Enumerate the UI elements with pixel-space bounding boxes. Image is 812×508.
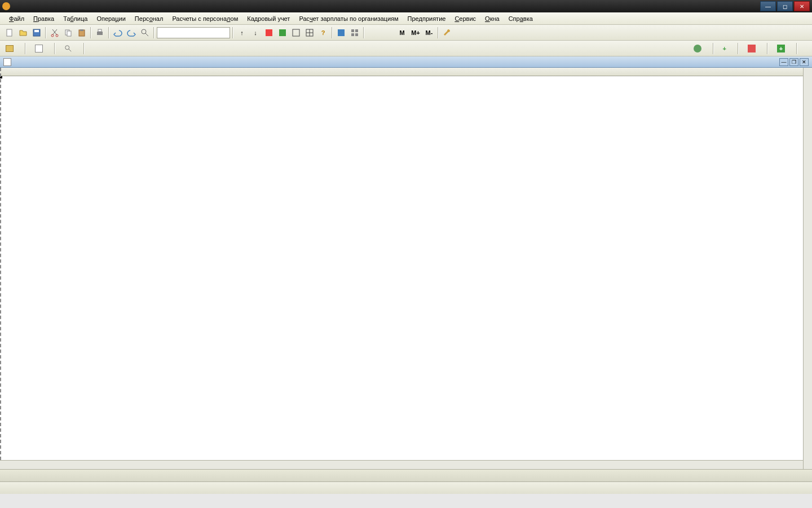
svg-rect-2	[34, 30, 39, 32]
menu-hr[interactable]: Кадровый учет	[244, 14, 293, 23]
search-data-link[interactable]	[62, 43, 77, 54]
svg-point-11	[142, 29, 146, 34]
cut-button[interactable]	[48, 27, 61, 39]
maximize-button[interactable]: ◻	[777, 1, 793, 11]
svg-rect-15	[351, 29, 354, 32]
svg-rect-14	[338, 29, 345, 36]
links-toolbar: + +	[0, 41, 812, 56]
svg-rect-8	[80, 29, 83, 31]
svg-rect-16	[355, 29, 358, 32]
menu-personnel[interactable]: Персонал	[131, 14, 167, 23]
document-tab-bar: — ❐ ✕	[0, 56, 812, 68]
page-break-line	[0, 68, 1, 460]
open-button[interactable]	[17, 27, 29, 39]
m-minus-button[interactable]: M-	[423, 27, 435, 39]
copy-button[interactable]	[62, 27, 74, 39]
menu-operations[interactable]: Операции	[93, 14, 129, 23]
menu-org-payroll[interactable]: Расчет зарплаты по организациям	[295, 14, 401, 23]
close-button[interactable]: ✕	[794, 1, 810, 11]
m-button[interactable]: M	[396, 27, 408, 39]
color2-button[interactable]	[276, 27, 289, 39]
menu-windows[interactable]: Окна	[482, 14, 503, 23]
sort-desc-button[interactable]: ↓	[249, 27, 262, 39]
grid-button[interactable]	[335, 27, 347, 39]
main-toolbar: ↑ ↓ ? M M+ M-	[0, 25, 812, 41]
desktop-link[interactable]	[3, 44, 18, 53]
paste-button[interactable]	[76, 27, 88, 39]
svg-rect-9	[97, 32, 103, 35]
my-tasks-link[interactable]	[33, 43, 47, 54]
search-input[interactable]	[157, 27, 230, 38]
svg-rect-18	[355, 33, 358, 36]
doc-icon	[3, 58, 11, 66]
help-button[interactable]: ?	[317, 27, 329, 39]
doc-close-button[interactable]: ✕	[800, 58, 809, 66]
hr-planning-link[interactable]	[691, 43, 706, 54]
borders-button[interactable]	[290, 27, 302, 39]
m-plus-button[interactable]: M+	[409, 27, 422, 39]
statusbar	[0, 481, 812, 494]
wrench-button[interactable]	[441, 27, 453, 39]
svg-rect-6	[67, 31, 71, 36]
svg-rect-0	[7, 29, 12, 36]
color1-button[interactable]	[263, 27, 275, 39]
recruiting-link[interactable]: +	[721, 44, 731, 53]
menu-service[interactable]: Сервис	[451, 14, 479, 23]
grid2-button[interactable]	[348, 27, 361, 39]
svg-rect-17	[351, 33, 354, 36]
redo-button[interactable]	[125, 27, 138, 39]
titlebar: — ◻ ✕	[0, 0, 812, 12]
app-icon	[2, 2, 10, 10]
menu-enterprise[interactable]: Предприятие	[404, 14, 449, 23]
undo-button[interactable]	[112, 27, 124, 39]
menu-edit[interactable]: Правка	[30, 14, 58, 23]
spreadsheet[interactable]	[0, 68, 812, 469]
emp-data-link[interactable]	[804, 47, 809, 50]
find-button[interactable]	[139, 27, 151, 39]
window-tabs	[0, 469, 812, 481]
menu-help[interactable]: Справка	[505, 14, 536, 23]
doc-minimize-button[interactable]: —	[779, 58, 788, 66]
vacation-link[interactable]	[745, 43, 760, 54]
minimize-button[interactable]: —	[760, 1, 776, 11]
borders2-button[interactable]	[303, 27, 316, 39]
menu-payroll[interactable]: Расчеты с персоналом	[169, 14, 241, 23]
menu-file[interactable]: Файл	[6, 14, 28, 23]
svg-rect-12	[293, 29, 299, 36]
menubar: Файл Правка Таблица Операции Персонал Ра…	[0, 12, 812, 25]
medical-link[interactable]: +	[775, 43, 789, 54]
horizontal-scrollbar[interactable]	[0, 460, 803, 469]
doc-restore-button[interactable]: ❐	[789, 58, 798, 66]
svg-rect-10	[98, 29, 102, 32]
print-button[interactable]	[94, 27, 106, 39]
vertical-scrollbar[interactable]	[803, 68, 812, 469]
sort-asc-button[interactable]: ↑	[236, 27, 248, 39]
menu-table[interactable]: Таблица	[60, 14, 91, 23]
save-button[interactable]	[30, 27, 43, 39]
svg-point-19	[65, 45, 69, 49]
new-doc-button[interactable]	[3, 27, 16, 39]
